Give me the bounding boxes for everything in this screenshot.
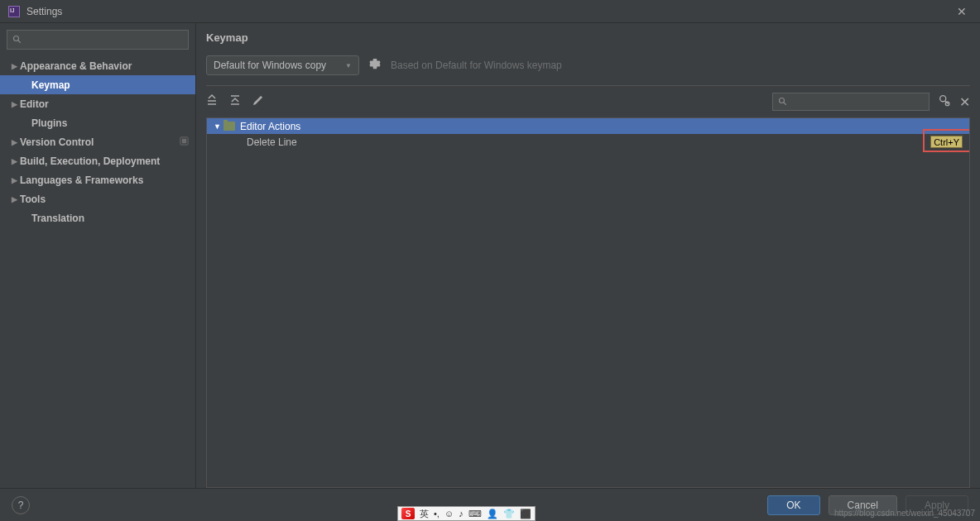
- chevron-right-icon: ▶: [12, 176, 20, 184]
- ime-logo-icon: S: [401, 508, 415, 519]
- sidebar-item-build[interactable]: ▶Build, Execution, Deployment: [0, 151, 195, 170]
- close-icon[interactable]: ✕: [952, 3, 972, 20]
- ime-glyph[interactable]: ⌨: [468, 509, 482, 519]
- svg-point-0: [14, 36, 19, 41]
- chevron-right-icon: ▶: [12, 62, 20, 70]
- chevron-right-icon: ▶: [12, 138, 20, 146]
- chevron-right-icon: ▶: [12, 195, 20, 203]
- svg-line-1: [18, 41, 21, 43]
- sidebar-item-version-control[interactable]: ▶Version Control: [0, 132, 195, 151]
- chevron-down-icon: ▼: [214, 122, 223, 131]
- chevron-down-icon: ▼: [345, 62, 352, 69]
- edit-icon[interactable]: [252, 94, 263, 109]
- main-panel: Keymap Default for Windows copy ▼ Based …: [196, 23, 980, 488]
- settings-sidebar: ▶Appearance & Behavior Keymap ▶Editor Pl…: [0, 23, 196, 488]
- collapse-all-icon[interactable]: [229, 94, 241, 109]
- svg-line-9: [784, 103, 786, 105]
- ime-glyph[interactable]: ☺: [444, 509, 454, 519]
- separator: [206, 85, 970, 86]
- tree-group-editor-actions[interactable]: ▼ Editor Actions: [207, 118, 969, 134]
- sidebar-item-plugins[interactable]: Plugins: [0, 113, 195, 132]
- ime-glyph[interactable]: ♪: [459, 509, 464, 519]
- sidebar-item-languages[interactable]: ▶Languages & Frameworks: [0, 170, 195, 189]
- search-icon: [778, 97, 788, 107]
- chevron-right-icon: ▶: [12, 100, 20, 108]
- ime-glyph[interactable]: 英: [420, 508, 429, 520]
- shortcut-badge: Ctrl+Y: [930, 136, 963, 148]
- sidebar-item-appearance[interactable]: ▶Appearance & Behavior: [0, 56, 195, 75]
- svg-point-8: [780, 98, 785, 103]
- expand-all-icon[interactable]: [206, 94, 218, 109]
- ok-button[interactable]: OK: [767, 495, 819, 515]
- find-shortcut-icon[interactable]: [938, 93, 951, 110]
- app-icon: [8, 6, 20, 17]
- sidebar-search-input[interactable]: [7, 30, 189, 50]
- ime-glyph[interactable]: ⬛: [520, 509, 531, 519]
- svg-point-10: [940, 96, 946, 102]
- settings-nav: ▶Appearance & Behavior Keymap ▶Editor Pl…: [0, 56, 195, 488]
- ime-glyph[interactable]: 👕: [503, 509, 515, 519]
- close-icon[interactable]: ✕: [959, 94, 970, 110]
- gear-icon[interactable]: [369, 58, 381, 73]
- project-level-icon: [180, 136, 189, 148]
- ime-toolbar[interactable]: S 英 •, ☺ ♪ ⌨ 👤 👕 ⬛: [397, 506, 536, 521]
- help-button[interactable]: ?: [12, 496, 30, 514]
- sidebar-item-tools[interactable]: ▶Tools: [0, 189, 195, 208]
- keymap-scheme-dropdown[interactable]: Default for Windows copy ▼: [206, 55, 359, 75]
- chevron-right-icon: ▶: [12, 157, 20, 165]
- ime-glyph[interactable]: •,: [434, 509, 440, 519]
- ime-glyph[interactable]: 👤: [487, 509, 498, 519]
- page-title: Keymap: [206, 31, 970, 44]
- sidebar-item-editor[interactable]: ▶Editor: [0, 94, 195, 113]
- keymap-tree[interactable]: ▼ Editor Actions Delete Line Ctrl+Y: [206, 117, 970, 488]
- search-icon: [12, 35, 22, 45]
- based-on-label: Based on Default for Windows keymap: [391, 60, 562, 71]
- tree-action-delete-line[interactable]: Delete Line Ctrl+Y: [207, 134, 969, 150]
- titlebar: Settings ✕: [0, 0, 980, 23]
- watermark: https://blog.csdn.net/weixin_45043707: [834, 509, 975, 518]
- sidebar-item-keymap[interactable]: Keymap: [0, 75, 195, 94]
- folder-icon: [223, 122, 235, 131]
- sidebar-item-translation[interactable]: Translation: [0, 208, 195, 227]
- svg-rect-3: [182, 138, 187, 143]
- window-title: Settings: [26, 6, 62, 17]
- action-search-input[interactable]: [772, 93, 930, 111]
